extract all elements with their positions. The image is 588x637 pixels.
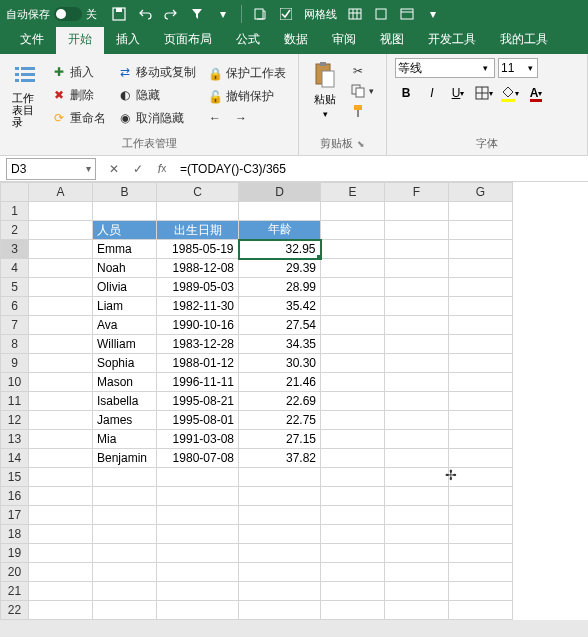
borders-button[interactable]: ▾ (473, 82, 495, 104)
tab-developer[interactable]: 开发工具 (416, 27, 488, 54)
undo-icon[interactable] (137, 6, 153, 22)
cell[interactable]: 27.15 (239, 430, 321, 449)
row-header[interactable]: 5 (1, 278, 29, 297)
delete-sheet-button[interactable]: ✖删除 (48, 85, 110, 106)
cell[interactable]: Benjamin (93, 449, 157, 468)
cell[interactable]: 1989-05-03 (157, 278, 239, 297)
cell[interactable]: Mason (93, 373, 157, 392)
row-header[interactable]: 22 (1, 601, 29, 620)
col-header[interactable]: A (29, 183, 93, 202)
col-header[interactable]: E (321, 183, 385, 202)
cell[interactable]: 出生日期 (157, 221, 239, 240)
row-header[interactable]: 14 (1, 449, 29, 468)
cell[interactable]: Sophia (93, 354, 157, 373)
cell[interactable]: 29.39 (239, 259, 321, 278)
col-header[interactable]: D (239, 183, 321, 202)
cell[interactable]: 37.82 (239, 449, 321, 468)
cell[interactable]: 人员 (93, 221, 157, 240)
cell-selected[interactable]: 32.95 (239, 240, 321, 259)
col-header[interactable]: G (449, 183, 513, 202)
font-color-button[interactable]: A▾ (525, 82, 547, 104)
paste-button[interactable]: 粘贴 ▾ (307, 58, 343, 123)
format-painter-button[interactable] (347, 102, 378, 120)
fill-color-button[interactable]: ▾ (499, 82, 521, 104)
cell[interactable]: Olivia (93, 278, 157, 297)
row-header[interactable]: 6 (1, 297, 29, 316)
autosave-toggle[interactable]: 自动保存 关 (6, 7, 97, 22)
cell[interactable]: 1996-11-11 (157, 373, 239, 392)
tab-pagelayout[interactable]: 页面布局 (152, 27, 224, 54)
filter-icon[interactable] (189, 6, 205, 22)
row-header[interactable]: 18 (1, 525, 29, 544)
table-icon[interactable] (347, 6, 363, 22)
name-box[interactable]: D3 ▾ (6, 158, 96, 180)
row-header[interactable]: 19 (1, 544, 29, 563)
prev-sheet-button[interactable]: ← (204, 109, 226, 127)
chevron-down-icon[interactable]: ▾ (215, 6, 231, 22)
font-name-select[interactable] (395, 58, 495, 78)
row-header[interactable]: 3 (1, 240, 29, 259)
redo-icon[interactable] (163, 6, 179, 22)
tab-view[interactable]: 视图 (368, 27, 416, 54)
enter-formula-button[interactable]: ✓ (126, 158, 150, 180)
row-header[interactable]: 4 (1, 259, 29, 278)
insert-sheet-button[interactable]: ✚插入 (48, 62, 110, 83)
underline-button[interactable]: U ▾ (447, 82, 469, 104)
spreadsheet-grid[interactable]: A B C D E F G 1 2人员出生日期年龄 3Emma1985-05-1… (0, 182, 513, 620)
row-header[interactable]: 13 (1, 430, 29, 449)
cell[interactable]: 27.54 (239, 316, 321, 335)
movecopy-button[interactable]: ⇄移动或复制 (114, 62, 200, 83)
cell[interactable]: 1991-03-08 (157, 430, 239, 449)
cell[interactable]: 22.69 (239, 392, 321, 411)
italic-button[interactable]: I (421, 82, 443, 104)
chevron-down-icon[interactable]: ▾ (425, 6, 441, 22)
select-all-corner[interactable] (1, 183, 29, 202)
row-header[interactable]: 2 (1, 221, 29, 240)
row-header[interactable]: 8 (1, 335, 29, 354)
protect-sheet-button[interactable]: 🔒保护工作表 (204, 63, 290, 84)
cell[interactable]: Isabella (93, 392, 157, 411)
copy-button[interactable]: ▾ (347, 82, 378, 100)
row-header[interactable]: 7 (1, 316, 29, 335)
new-sheet-icon[interactable] (252, 6, 268, 22)
cell[interactable]: 1988-01-12 (157, 354, 239, 373)
rename-sheet-button[interactable]: ⟳重命名 (48, 108, 110, 129)
cell[interactable]: 1995-08-01 (157, 411, 239, 430)
toc-button[interactable]: 工作表目录 (8, 58, 44, 132)
cell[interactable]: Noah (93, 259, 157, 278)
row-header[interactable]: 9 (1, 354, 29, 373)
tab-formulas[interactable]: 公式 (224, 27, 272, 54)
cell[interactable]: 1983-12-28 (157, 335, 239, 354)
gridlines-checkbox[interactable] (278, 6, 294, 22)
cell[interactable]: 21.46 (239, 373, 321, 392)
row-header[interactable]: 21 (1, 582, 29, 601)
window-icon[interactable] (399, 6, 415, 22)
tab-home[interactable]: 开始 (56, 27, 104, 54)
tab-data[interactable]: 数据 (272, 27, 320, 54)
tab-mytools[interactable]: 我的工具 (488, 27, 560, 54)
borders-icon[interactable] (373, 6, 389, 22)
tab-file[interactable]: 文件 (8, 27, 56, 54)
chevron-down-icon[interactable]: ▾ (483, 63, 488, 73)
cell[interactable]: Mia (93, 430, 157, 449)
row-header[interactable]: 17 (1, 506, 29, 525)
cell[interactable]: 28.99 (239, 278, 321, 297)
chevron-down-icon[interactable]: ▾ (528, 63, 533, 73)
col-header[interactable]: C (157, 183, 239, 202)
hide-sheet-button[interactable]: ◐隐藏 (114, 85, 200, 106)
cancel-formula-button[interactable]: ✕ (102, 158, 126, 180)
cell[interactable]: Emma (93, 240, 157, 259)
row-header[interactable]: 1 (1, 202, 29, 221)
cell[interactable]: 1995-08-21 (157, 392, 239, 411)
unhide-sheet-button[interactable]: ◉取消隐藏 (114, 108, 200, 129)
dialog-launcher-icon[interactable]: ⬊ (357, 139, 365, 149)
cell[interactable]: 22.75 (239, 411, 321, 430)
row-header[interactable]: 11 (1, 392, 29, 411)
row-header[interactable]: 16 (1, 487, 29, 506)
row-header[interactable]: 20 (1, 563, 29, 582)
cell[interactable]: James (93, 411, 157, 430)
cell[interactable]: 1982-11-30 (157, 297, 239, 316)
row-header[interactable]: 10 (1, 373, 29, 392)
col-header[interactable]: F (385, 183, 449, 202)
fx-button[interactable]: fx (150, 158, 174, 180)
